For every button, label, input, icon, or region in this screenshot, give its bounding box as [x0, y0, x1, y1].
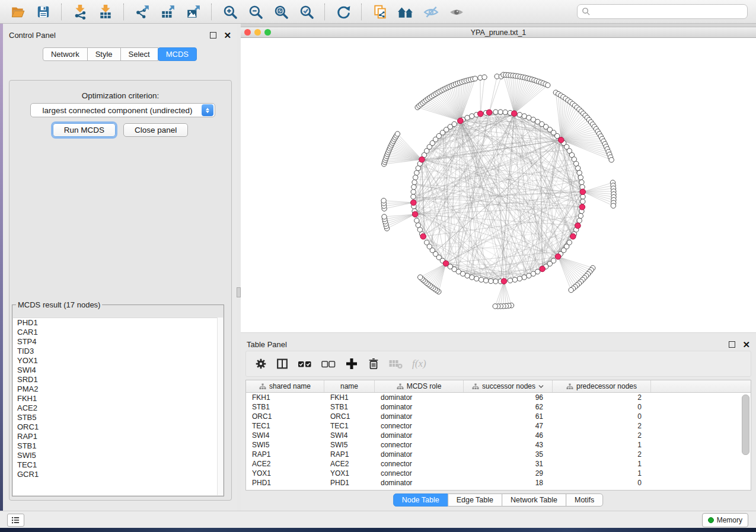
network-node[interactable] [577, 218, 582, 223]
network-node[interactable] [412, 180, 417, 184]
import-network-button[interactable] [68, 2, 92, 21]
first-neighbors-button[interactable] [394, 2, 417, 21]
tab-network-table[interactable]: Network Table [502, 493, 566, 507]
network-hub-node[interactable] [570, 233, 576, 239]
float-panel-icon[interactable] [729, 341, 735, 348]
table-row[interactable]: RAP1RAP1dominator352 [246, 450, 751, 459]
network-node[interactable] [508, 278, 512, 283]
network-node[interactable] [522, 114, 527, 118]
network-node[interactable] [411, 194, 416, 199]
network-hub-node[interactable] [555, 254, 561, 259]
network-node[interactable] [498, 110, 503, 114]
network-node[interactable] [527, 273, 531, 278]
network-window-titlebar[interactable]: YPA_prune.txt_1 [241, 27, 756, 38]
search-input[interactable] [591, 7, 743, 17]
network-hub-node[interactable] [443, 261, 449, 267]
delete-table-button[interactable] [388, 358, 404, 370]
tab-edge-table[interactable]: Edge Table [448, 493, 502, 507]
network-node[interactable] [414, 171, 419, 175]
network-node[interactable] [578, 213, 583, 218]
mcds-result-item[interactable]: RAP1 [13, 432, 223, 441]
show-columns-button[interactable] [276, 357, 289, 370]
clone-network-button[interactable] [368, 2, 392, 21]
network-node[interactable] [425, 240, 429, 245]
network-node[interactable] [452, 121, 457, 126]
network-node[interactable] [580, 199, 585, 204]
network-hub-node[interactable] [420, 233, 426, 239]
mcds-result-item[interactable]: PHD1 [13, 318, 223, 328]
network-node[interactable] [493, 279, 498, 284]
column-header-successor-nodes[interactable]: successor nodes [464, 380, 553, 392]
column-header-mcds-role[interactable]: MCDS role [375, 380, 464, 392]
mcds-result-item[interactable]: SWI5 [13, 451, 223, 460]
network-node[interactable] [576, 166, 580, 171]
task-history-button[interactable] [7, 514, 24, 527]
network-node[interactable] [382, 214, 387, 219]
panel-splitter-grip[interactable] [237, 287, 241, 297]
network-node[interactable] [411, 190, 416, 194]
column-header-predecessor-nodes[interactable]: predecessor nodes [553, 380, 651, 392]
network-node[interactable] [512, 277, 517, 282]
delete-columns-button[interactable] [367, 357, 380, 371]
float-panel-icon[interactable] [210, 32, 216, 39]
network-node[interactable] [473, 76, 477, 81]
network-node[interactable] [418, 275, 423, 280]
mcds-result-item[interactable]: ACE2 [13, 403, 223, 413]
network-node[interactable] [577, 171, 582, 175]
table-row[interactable]: FKH1FKH1dominator962 [246, 393, 751, 402]
network-node[interactable] [474, 276, 479, 281]
tab-motifs[interactable]: Motifs [566, 493, 603, 507]
table-row[interactable]: TEC1TEC1connector472 [246, 421, 751, 431]
mcds-result-item[interactable]: SWI4 [13, 366, 223, 375]
close-panel-icon[interactable]: ✕ [224, 33, 231, 38]
tab-select[interactable]: Select [120, 47, 158, 61]
select-all-columns-button[interactable] [297, 357, 312, 370]
network-node[interactable] [395, 132, 400, 136]
zoom-in-button[interactable] [218, 2, 242, 21]
refresh-button[interactable] [331, 2, 355, 21]
mcds-result-item[interactable]: ORC1 [13, 422, 223, 432]
save-session-button[interactable] [31, 2, 55, 21]
network-hub-node[interactable] [478, 111, 484, 117]
network-hub-node[interactable] [579, 204, 585, 210]
zoom-selected-button[interactable] [295, 2, 318, 21]
column-header-name[interactable]: name [324, 380, 375, 392]
tab-style[interactable]: Style [87, 47, 121, 61]
mcds-result-item[interactable]: TID3 [13, 347, 223, 356]
table-row[interactable]: ORC1ORC1dominator610 [246, 412, 751, 421]
network-node[interactable] [412, 185, 416, 190]
network-node[interactable] [413, 175, 418, 180]
network-node[interactable] [470, 275, 474, 280]
mcds-result-item[interactable]: STP4 [13, 337, 223, 347]
table-options-gear-button[interactable] [254, 357, 267, 370]
network-node[interactable] [483, 278, 488, 283]
unselect-all-columns-button[interactable] [321, 357, 336, 370]
mcds-result-item[interactable]: TEC1 [13, 460, 223, 470]
import-table-button[interactable] [94, 2, 117, 21]
network-node[interactable] [546, 83, 550, 88]
table-row[interactable]: PHD1PHD1dominator180 [246, 478, 751, 488]
network-node[interactable] [555, 133, 560, 138]
table-row[interactable]: STB1STB1dominator620 [246, 402, 751, 412]
show-all-button[interactable] [445, 2, 468, 21]
export-image-button[interactable] [181, 2, 205, 21]
network-node[interactable] [611, 203, 615, 208]
mcds-result-item[interactable]: STB5 [13, 413, 223, 422]
network-node[interactable] [470, 114, 474, 118]
tab-mcds[interactable]: MCDS [158, 47, 197, 61]
mcds-result-item[interactable]: FKH1 [13, 394, 223, 403]
mcds-list-scrollbar[interactable] [217, 318, 223, 495]
search-box[interactable] [577, 4, 748, 19]
network-node[interactable] [465, 116, 470, 120]
open-session-button[interactable] [6, 2, 30, 21]
network-node[interactable] [522, 275, 527, 280]
mcds-result-item[interactable]: PMA2 [13, 384, 223, 394]
run-mcds-button[interactable]: Run MCDS [53, 123, 116, 137]
function-builder-button[interactable]: f(x) [412, 358, 426, 370]
network-node[interactable] [414, 218, 419, 223]
table-row[interactable]: SWI5SWI5connector431 [246, 440, 751, 450]
network-hub-node[interactable] [540, 266, 546, 272]
network-hub-node[interactable] [512, 111, 518, 117]
add-column-button[interactable] [344, 357, 359, 371]
table-row[interactable]: ACE2ACE2connector311 [246, 459, 751, 469]
